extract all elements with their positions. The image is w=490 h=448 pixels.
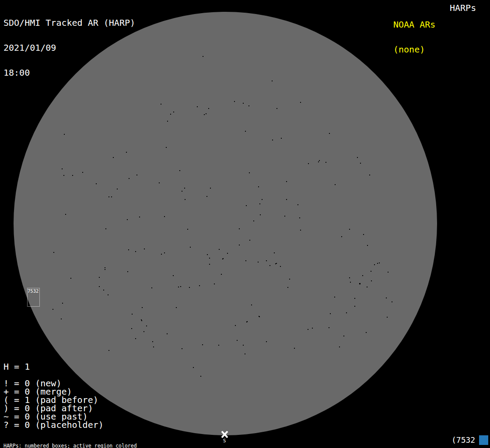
sunspot-speck <box>63 175 64 176</box>
sunspot-speck <box>203 56 203 57</box>
sunspot-speck <box>294 348 295 349</box>
sunspot-speck <box>222 259 223 259</box>
sunspot-speck <box>260 214 261 215</box>
sunspot-speck <box>245 260 246 261</box>
sunspot-speck <box>197 106 198 107</box>
sunspot-speck <box>135 251 136 252</box>
sunspot-speck <box>349 277 350 278</box>
sunspot-speck <box>300 230 301 231</box>
sunspot-speck <box>359 283 360 284</box>
sunspot-speck <box>144 331 144 332</box>
sunspot-speck <box>131 328 132 329</box>
sunspot-speck <box>179 170 180 171</box>
sunspot-speck <box>330 313 331 314</box>
sunspot-speck <box>202 344 203 345</box>
sunspot-speck <box>52 309 53 310</box>
legend-line-placeholder: ? = 0 (placeholder) <box>4 421 104 429</box>
sunspot-speck <box>357 157 358 158</box>
harp-number-label: 7532 <box>28 288 38 294</box>
legend-line-h: H = 1 <box>4 363 104 371</box>
sunspot-speck <box>184 188 185 189</box>
sunspot-speck <box>173 112 174 112</box>
sunspot-speck <box>152 341 153 342</box>
sunspot-speck <box>214 284 215 284</box>
plot-title: SDO/HMI Tracked AR (HARP) <box>4 19 135 27</box>
sunspot-speck <box>341 236 342 237</box>
sunspot-speck <box>164 216 165 217</box>
south-pole-marker: S <box>220 431 228 443</box>
sunspot-speck <box>146 326 147 326</box>
sunspot-speck <box>248 105 249 106</box>
sunspot-speck <box>221 274 222 275</box>
sunspot-speck <box>61 318 62 319</box>
plot-date: 2021/01/09 <box>4 44 135 52</box>
sunspot-speck <box>272 80 273 81</box>
sunspot-speck <box>190 247 191 248</box>
sunspot-speck <box>227 253 228 254</box>
sunspot-speck <box>193 367 194 368</box>
sunspot-speck <box>346 312 347 313</box>
sunspot-speck <box>234 101 235 102</box>
sunspot-speck <box>164 252 165 253</box>
sunspot-speck <box>108 196 109 197</box>
sunspot-speck <box>259 203 260 204</box>
sunspot-speck <box>208 108 209 109</box>
sunspot-speck <box>312 328 313 329</box>
sunspot-speck <box>354 306 355 307</box>
sunspot-speck <box>392 301 392 302</box>
sunspot-speck <box>206 113 206 114</box>
sunspot-speck <box>139 217 140 217</box>
sunspot-speck <box>249 172 250 173</box>
sunspot-speck <box>275 263 276 264</box>
sunspot-speck <box>298 204 298 205</box>
sunspot-speck <box>151 287 152 288</box>
sunspot-speck <box>182 191 182 192</box>
sunspot-speck <box>132 314 133 315</box>
sunspot-speck <box>367 287 368 287</box>
south-pole-label: S <box>220 438 228 443</box>
title-block: SDO/HMI Tracked AR (HARP) 2021/01/09 18:… <box>4 2 135 85</box>
sunspot-speck <box>159 182 160 183</box>
sunspot-speck <box>286 199 287 200</box>
harp-region-box: 7532 <box>27 288 40 307</box>
sunspot-speck <box>388 272 388 273</box>
sunspot-speck <box>362 275 363 276</box>
sunspot-speck <box>127 219 128 220</box>
sunspot-speck <box>247 321 248 322</box>
sunspot-speck <box>105 269 105 270</box>
sunspot-speck <box>334 297 335 298</box>
footer-caption: HARPs: numbered boxes; active region col… <box>4 433 179 448</box>
sunspot-speck <box>386 298 387 298</box>
sunspot-speck <box>371 280 372 281</box>
sunspot-speck <box>105 228 106 229</box>
sunspot-speck <box>127 271 128 272</box>
sunspot-speck <box>105 267 105 268</box>
sunspot-speck <box>350 282 351 283</box>
harp-list-number: (7532 <box>452 435 475 445</box>
sunspot-speck <box>367 245 368 246</box>
sunspot-speck <box>136 175 137 175</box>
sunspot-speck <box>360 163 361 164</box>
sunspot-speck <box>253 220 254 221</box>
sunspot-speck <box>178 287 179 287</box>
sunspot-speck <box>243 103 244 104</box>
sunspot-speck <box>53 252 54 253</box>
sunspot-speck <box>99 286 100 287</box>
plot-time: 18:00 <box>4 69 135 77</box>
sunspot-speck <box>173 275 174 276</box>
sunspot-speck <box>246 205 247 206</box>
sunspot-speck <box>199 285 200 286</box>
sunspot-speck <box>235 325 236 326</box>
sunspot-speck <box>239 228 240 229</box>
harp-list-entry: (7532 <box>452 435 488 445</box>
sunspot-speck <box>266 260 267 261</box>
sunspot-speck <box>182 348 182 349</box>
sunspot-speck <box>251 304 252 305</box>
sunspot-speck <box>96 183 97 184</box>
sunspot-speck <box>280 266 281 267</box>
sunspot-speck <box>326 162 326 163</box>
sunspot-speck <box>117 189 118 189</box>
footer-line-harps: HARPs: numbered boxes; active region col… <box>4 443 179 448</box>
sunspot-speck <box>308 329 308 330</box>
sunspot-speck <box>99 277 100 278</box>
